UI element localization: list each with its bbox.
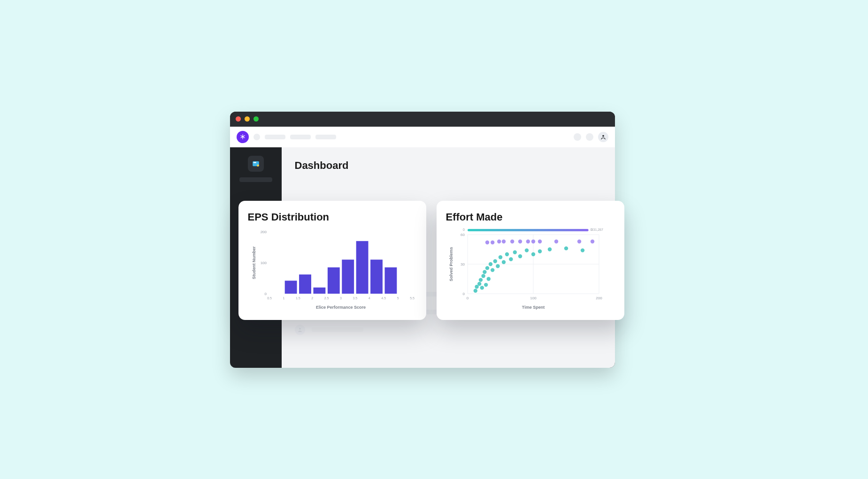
svg-text:331,287: 331,287 xyxy=(591,228,603,231)
svg-text:1.5: 1.5 xyxy=(295,297,300,300)
svg-point-84 xyxy=(554,239,558,243)
svg-text:3.5: 3.5 xyxy=(353,297,357,300)
card-icon xyxy=(252,160,260,168)
svg-point-79 xyxy=(510,239,514,243)
svg-point-63 xyxy=(498,255,502,259)
card-effort-made: Effort Made 00331,287030600100200Solved … xyxy=(437,201,624,320)
svg-point-53 xyxy=(480,286,484,289)
nav-placeholder xyxy=(290,135,311,139)
svg-text:2: 2 xyxy=(311,297,313,300)
svg-point-67 xyxy=(513,250,516,254)
svg-point-71 xyxy=(538,249,541,253)
svg-rect-26 xyxy=(327,267,339,293)
page-title: Dashboard xyxy=(295,160,602,172)
svg-text:200: 200 xyxy=(596,296,602,300)
svg-point-68 xyxy=(518,254,522,258)
svg-point-49 xyxy=(473,289,477,292)
svg-point-65 xyxy=(505,252,508,256)
maximize-icon[interactable] xyxy=(253,116,259,122)
svg-text:0: 0 xyxy=(264,292,267,296)
svg-text:100: 100 xyxy=(260,261,267,265)
svg-point-78 xyxy=(501,239,505,243)
svg-point-50 xyxy=(475,285,478,289)
asterisk-icon xyxy=(239,134,246,140)
svg-point-3 xyxy=(257,164,259,167)
svg-text:200: 200 xyxy=(260,230,267,234)
svg-point-73 xyxy=(564,246,568,250)
svg-point-76 xyxy=(491,240,494,244)
svg-point-58 xyxy=(486,277,490,281)
svg-point-64 xyxy=(501,260,505,264)
svg-point-77 xyxy=(497,239,501,243)
svg-text:4.5: 4.5 xyxy=(381,297,386,300)
svg-text:Elice Performance Score: Elice Performance Score xyxy=(315,305,365,310)
action-placeholder xyxy=(586,133,593,141)
svg-point-54 xyxy=(481,274,485,278)
svg-point-85 xyxy=(577,239,581,243)
svg-point-59 xyxy=(488,262,492,266)
svg-rect-24 xyxy=(299,274,311,294)
appbar xyxy=(230,127,615,147)
sidebar-item-placeholder xyxy=(239,177,272,182)
card-title: EPS Distribution xyxy=(248,211,417,223)
card-eps-distribution: EPS Distribution 0100200Student Number0.… xyxy=(238,201,426,320)
svg-point-83 xyxy=(538,239,541,243)
user-icon xyxy=(297,327,303,333)
svg-point-75 xyxy=(485,240,489,244)
svg-rect-27 xyxy=(342,259,354,294)
svg-text:100: 100 xyxy=(530,296,537,300)
svg-text:60: 60 xyxy=(461,233,465,237)
svg-point-72 xyxy=(547,247,551,251)
svg-point-80 xyxy=(518,239,522,243)
row-avatar xyxy=(295,325,305,335)
brand-logo[interactable] xyxy=(237,131,249,143)
svg-text:2.5: 2.5 xyxy=(324,297,329,300)
svg-text:30: 30 xyxy=(461,262,465,266)
svg-point-82 xyxy=(531,239,535,243)
svg-point-74 xyxy=(580,248,584,252)
svg-rect-30 xyxy=(384,267,397,293)
svg-text:0: 0 xyxy=(463,228,465,231)
minimize-icon[interactable] xyxy=(245,116,250,122)
svg-point-0 xyxy=(602,135,604,137)
svg-text:Solved Problems: Solved Problems xyxy=(449,247,453,281)
svg-text:0: 0 xyxy=(462,292,465,296)
list-item xyxy=(295,325,602,335)
svg-rect-28 xyxy=(356,241,368,293)
svg-text:Student Number: Student Number xyxy=(252,246,256,279)
svg-point-56 xyxy=(484,282,488,286)
sidebar-course-icon[interactable] xyxy=(248,156,264,172)
avatar[interactable] xyxy=(598,132,608,142)
titlebar xyxy=(230,112,615,127)
action-placeholder xyxy=(574,133,581,141)
svg-point-70 xyxy=(531,252,535,256)
svg-text:0.5: 0.5 xyxy=(267,297,272,300)
svg-text:5.5: 5.5 xyxy=(410,297,415,300)
svg-rect-2 xyxy=(253,162,256,163)
svg-point-55 xyxy=(483,270,486,274)
nav-placeholder xyxy=(315,135,336,139)
svg-text:3: 3 xyxy=(340,297,342,300)
svg-point-51 xyxy=(477,281,481,285)
nav-placeholder xyxy=(253,134,260,140)
card-title: Effort Made xyxy=(446,211,615,223)
svg-rect-25 xyxy=(313,287,325,293)
effort-scatter-chart: 00331,287030600100200Solved ProblemsTime… xyxy=(446,226,615,311)
svg-text:4: 4 xyxy=(368,297,370,300)
row-placeholder xyxy=(312,327,363,332)
svg-text:0: 0 xyxy=(466,296,469,300)
svg-point-57 xyxy=(485,266,489,270)
svg-point-66 xyxy=(509,257,513,261)
svg-point-62 xyxy=(496,264,499,268)
svg-rect-23 xyxy=(284,281,297,294)
close-icon[interactable] xyxy=(236,116,241,122)
svg-point-60 xyxy=(491,268,494,272)
user-icon xyxy=(600,134,607,140)
svg-point-69 xyxy=(524,248,528,252)
svg-text:1: 1 xyxy=(283,297,284,300)
svg-text:Time Spent: Time Spent xyxy=(522,305,544,310)
svg-point-86 xyxy=(590,239,594,243)
svg-point-61 xyxy=(493,259,497,263)
svg-text:5: 5 xyxy=(397,297,399,300)
eps-bar-chart: 0100200Student Number0.511.522.533.544.5… xyxy=(248,226,417,311)
